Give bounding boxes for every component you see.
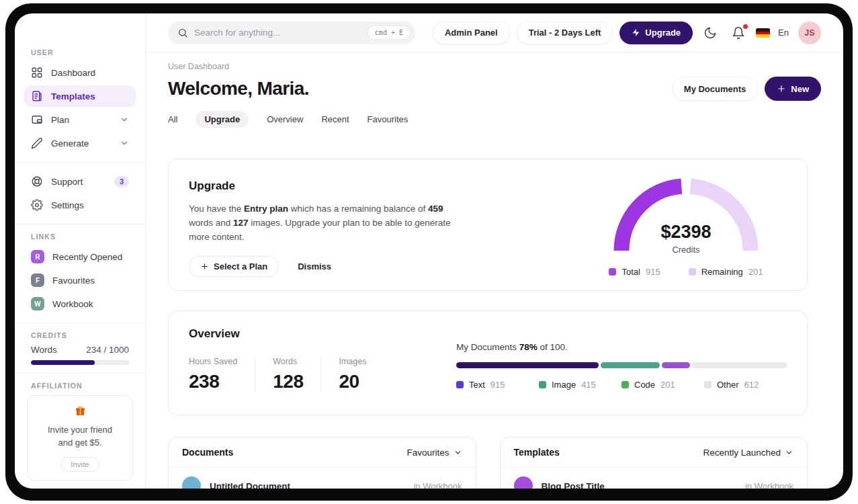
breadcrumb: User Dashboard [168,62,821,71]
sidebar-section-user: USER [31,48,129,56]
legend-swatch [704,381,712,388]
documents-progress-bar [456,362,787,368]
legend-swatch [456,381,464,388]
wallet-icon [31,114,43,126]
sidebar-section-credits: CREDITS [31,331,129,339]
gauge-center-value: $2398 [612,222,760,243]
legend-swatch [609,268,616,276]
sidebar-item-label: Dashboard [51,68,95,78]
chevron-down-icon [120,115,129,124]
moon-icon [703,26,717,40]
sidebar-item-generate[interactable]: Generate [24,132,136,154]
document-avatar [182,476,201,489]
documents-filter-dropdown[interactable]: Favourites [406,448,462,458]
germany-flag-icon[interactable] [756,28,770,38]
main-content: User Dashboard Welcome, Maria. My Docume… [146,52,843,489]
invite-button[interactable]: Invite [60,457,99,472]
dismiss-button[interactable]: Dismiss [298,261,331,271]
notification-dot [743,24,748,29]
sidebar-item-label: Plan [51,115,69,125]
pencil-icon [31,137,43,149]
gear-icon [31,199,43,211]
upgrade-card-title: Upgrade [189,179,484,193]
app-window: USER Dashboard Templates Plan Generate S… [15,13,843,489]
sidebar: USER Dashboard Templates Plan Generate S… [15,13,146,489]
filter-tabs: All Upgrade Overview Recent Favourites [168,111,821,128]
sidebar-link-workbook[interactable]: W Workbook [24,293,136,314]
gauge-legend: Total 915 Remaining 201 [609,267,763,277]
upgrade-button[interactable]: Upgrade [619,22,693,44]
link-label: Favourites [52,276,95,286]
overview-card-title: Overview [189,327,456,341]
grid-icon [31,67,43,79]
documents-card-title: Documents [182,447,233,458]
tab-recent[interactable]: Recent [321,111,349,128]
affiliation-card: Invite your friend and get $5. Invite [27,395,133,481]
sidebar-link-recently-opened[interactable]: R Recently Opened [24,246,136,267]
words-credit-bar [31,360,129,365]
trial-status-button[interactable]: Trial - 2 Days Left [517,22,613,44]
credits-gauge: $2398 Credits Total 915 [585,175,787,274]
link-initial-badge: R [31,250,44,263]
search-bar[interactable]: cmd + E [168,22,415,44]
stat-hours-saved: Hours Saved 238 [189,357,255,392]
sidebar-item-templates[interactable]: Templates [24,85,136,107]
legend-item-remaining: Remaining 201 [689,267,763,277]
user-avatar[interactable]: JS [798,22,821,44]
dark-mode-toggle[interactable] [699,26,721,40]
sidebar-item-support[interactable]: Support 3 [24,171,136,192]
notifications-button[interactable] [728,26,749,40]
gift-icon [75,405,86,417]
words-credit-fill [31,360,95,365]
link-initial-badge: W [31,297,44,310]
tab-favourites[interactable]: Favourites [368,111,409,128]
stat-words: Words 128 [273,357,321,392]
upgrade-card-text: You have the Entry plan which has a rema… [189,202,463,245]
new-button[interactable]: New [765,77,821,101]
documents-progress-label: My Documents 78% of 100. [456,342,787,352]
page-title: Welcome, Maria. [168,78,309,99]
sidebar-item-plan[interactable]: Plan [24,109,136,130]
document-location: in Workbook [413,481,462,489]
tab-all[interactable]: All [168,111,177,128]
sidebar-section-affiliation: AFFILIATION [31,382,129,390]
template-title: Blog Post Title [542,481,605,489]
legend-swatch [539,381,546,388]
document-title: Untitled Document [210,481,290,489]
search-shortcut-badge: cmd + E [368,26,411,40]
documents-card: Documents Favourites Untitled Document i… [168,437,476,489]
sidebar-link-favourites[interactable]: F Favourites [24,269,136,291]
legend-item-code: Code 201 [621,380,704,390]
link-label: Workbook [52,299,93,309]
chevron-down-icon [120,138,129,148]
divider [15,224,145,224]
overview-stats: Hours Saved 238 Words 128 Images 20 [189,357,456,392]
language-label[interactable]: En [778,28,789,38]
lightning-icon [632,28,640,37]
gauge-center-label: Credits [612,245,760,255]
support-count-badge: 3 [114,176,129,187]
select-plan-button[interactable]: Select a Plan [189,256,279,277]
search-input[interactable] [194,28,361,38]
template-avatar [514,476,533,489]
sidebar-item-label: Templates [51,91,95,101]
tab-upgrade[interactable]: Upgrade [196,111,249,128]
sidebar-section-links: LINKS [31,233,129,241]
link-initial-badge: F [31,274,44,287]
sidebar-item-dashboard[interactable]: Dashboard [24,62,136,83]
support-icon [31,175,43,187]
template-row[interactable]: Blog Post Title in Workbook [501,468,808,489]
credits-words-value: 234 / 1000 [86,345,129,355]
admin-panel-button[interactable]: Admin Panel [433,22,510,44]
chevron-down-icon [454,448,462,457]
templates-icon [31,90,43,102]
my-documents-button[interactable]: My Documents [672,77,758,101]
document-row[interactable]: Untitled Document in Workbook [169,468,476,489]
legend-item-total: Total 915 [609,267,660,277]
tab-overview[interactable]: Overview [267,111,303,128]
legend-swatch [621,381,629,388]
sidebar-item-settings[interactable]: Settings [24,194,136,216]
chevron-down-icon [785,448,793,457]
templates-filter-dropdown[interactable]: Recently Launched [703,448,793,458]
progress-legend: Text 915 Image 415 Code 20 [456,380,787,390]
